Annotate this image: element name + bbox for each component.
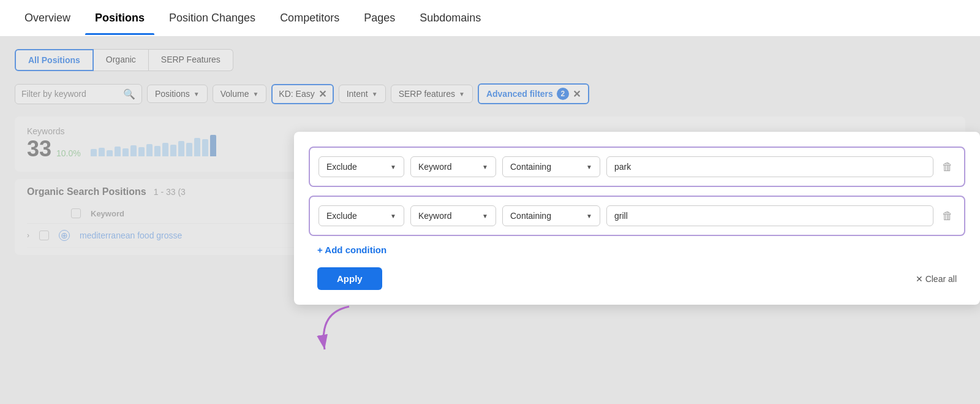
field-select-2[interactable]: Keyword ▼ xyxy=(410,205,496,226)
field-select-1[interactable]: Keyword ▼ xyxy=(410,156,496,177)
filter-value-input-2[interactable] xyxy=(606,205,933,226)
close-icon: ✕ xyxy=(916,274,923,284)
main-content: All Positions Organic SERP Features 🔍 Po… xyxy=(0,37,980,404)
condition-value-2: Exclude xyxy=(326,211,357,221)
delete-row-2-icon[interactable]: 🗑 xyxy=(940,207,956,225)
advanced-filters-panel: Exclude ▼ Keyword ▼ Containing ▼ 🗑 Exclu… xyxy=(294,132,980,305)
filter-value-input-1[interactable] xyxy=(606,156,933,177)
tab-positions[interactable]: Positions xyxy=(85,7,154,29)
field-value-2: Keyword xyxy=(418,211,451,221)
tab-position-changes[interactable]: Position Changes xyxy=(159,7,265,29)
tab-pages[interactable]: Pages xyxy=(354,7,405,29)
tab-subdomains[interactable]: Subdomains xyxy=(410,7,491,29)
apply-button[interactable]: Apply xyxy=(317,267,382,290)
condition-select-2[interactable]: Exclude ▼ xyxy=(318,205,404,226)
chevron-down-icon: ▼ xyxy=(390,164,396,170)
operator-select-1[interactable]: Containing ▼ xyxy=(502,156,600,177)
chevron-down-icon: ▼ xyxy=(586,164,592,170)
operator-select-2[interactable]: Containing ▼ xyxy=(502,205,600,226)
tab-competitors[interactable]: Competitors xyxy=(270,7,349,29)
filter-row-1: Exclude ▼ Keyword ▼ Containing ▼ 🗑 xyxy=(309,147,965,187)
operator-value-2: Containing xyxy=(510,211,551,221)
top-navigation: Overview Positions Position Changes Comp… xyxy=(0,0,980,37)
operator-value-1: Containing xyxy=(510,162,551,172)
add-condition-button[interactable]: + Add condition xyxy=(309,245,965,255)
clear-all-label: Clear all xyxy=(925,274,957,284)
panel-footer: Apply ✕ Clear all xyxy=(309,267,965,290)
condition-select-1[interactable]: Exclude ▼ xyxy=(318,156,404,177)
chevron-down-icon: ▼ xyxy=(390,213,396,219)
field-value-1: Keyword xyxy=(418,162,451,172)
chevron-down-icon: ▼ xyxy=(586,213,592,219)
arrow-annotation xyxy=(300,300,374,374)
chevron-down-icon: ▼ xyxy=(482,164,488,170)
arrow-svg xyxy=(300,300,374,374)
condition-value-1: Exclude xyxy=(326,162,357,172)
add-condition-label: + Add condition xyxy=(317,245,386,255)
filter-row-2: Exclude ▼ Keyword ▼ Containing ▼ 🗑 xyxy=(309,196,965,236)
tab-overview[interactable]: Overview xyxy=(15,7,80,29)
delete-row-1-icon[interactable]: 🗑 xyxy=(940,158,956,176)
chevron-down-icon: ▼ xyxy=(482,213,488,219)
clear-all-button[interactable]: ✕ Clear all xyxy=(916,274,957,284)
